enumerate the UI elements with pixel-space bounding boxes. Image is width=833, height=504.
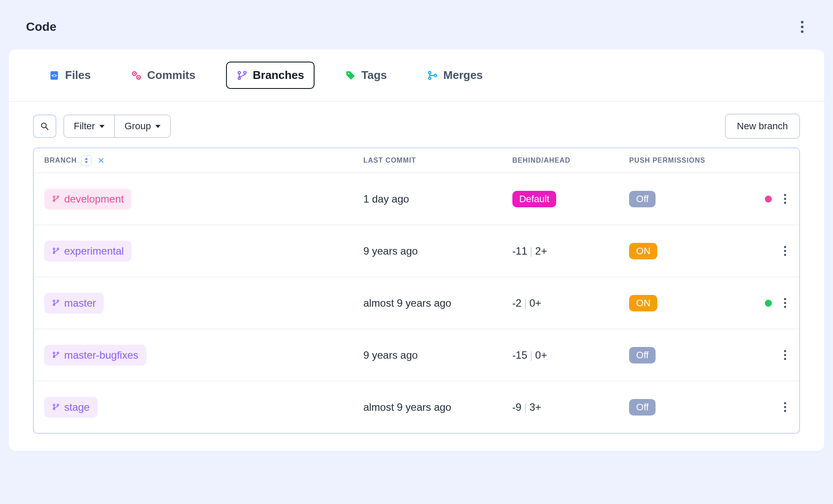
svg-point-18 xyxy=(57,196,59,197)
behind-ahead: -15|0+ xyxy=(512,349,630,361)
tab-tags[interactable]: Tags xyxy=(335,62,397,88)
svg-point-20 xyxy=(53,248,55,249)
branch-icon xyxy=(52,245,60,257)
branch-name: master-bugfixes xyxy=(64,349,138,361)
separator: | xyxy=(530,349,532,361)
svg-point-21 xyxy=(57,248,59,249)
svg-point-13 xyxy=(42,123,46,128)
separator: | xyxy=(524,297,527,309)
svg-point-30 xyxy=(57,404,59,406)
behind-count: -15 xyxy=(512,349,528,361)
branches-card: <> Files Commits Branches Tags xyxy=(9,49,824,451)
permission-badge[interactable]: Off xyxy=(629,191,656,207)
row-menu-button[interactable] xyxy=(781,347,789,363)
branch-pill[interactable]: stage xyxy=(44,397,98,418)
table-row: masteralmost 9 years ago-2|0+ON xyxy=(34,277,799,329)
new-branch-button[interactable]: New branch xyxy=(725,114,800,139)
permission-badge[interactable]: ON xyxy=(629,243,657,259)
table-row: development1 day agoDefaultOff xyxy=(34,173,799,225)
tab-merges[interactable]: Merges xyxy=(417,62,492,88)
svg-point-12 xyxy=(434,74,436,76)
tab-branches[interactable]: Branches xyxy=(226,62,315,89)
last-commit: almost 9 years ago xyxy=(363,401,512,413)
branch-icon xyxy=(52,401,60,413)
column-header-last-commit[interactable]: LAST COMMIT xyxy=(363,157,512,164)
sort-icon xyxy=(84,158,89,163)
permission-badge[interactable]: ON xyxy=(629,295,657,311)
last-commit: 9 years ago xyxy=(363,245,512,257)
close-icon xyxy=(98,157,104,164)
tab-label: Tags xyxy=(361,69,387,82)
sort-toggle[interactable] xyxy=(81,155,92,166)
page-title: Code xyxy=(26,20,56,34)
svg-point-6 xyxy=(238,71,240,73)
commits-icon xyxy=(131,70,142,81)
tab-label: Merges xyxy=(443,69,483,82)
status-dot xyxy=(765,300,772,307)
branch-name: master xyxy=(64,297,96,309)
branches-table: BRANCH LAST COMMIT BEHIND/AHEAD PUSH PER… xyxy=(33,147,800,434)
permission-badge[interactable]: Off xyxy=(629,347,656,363)
row-menu-button[interactable] xyxy=(781,191,789,206)
group-button[interactable]: Group xyxy=(114,115,170,137)
merges-icon xyxy=(427,70,438,81)
svg-point-24 xyxy=(57,300,59,301)
separator: | xyxy=(524,401,527,413)
svg-point-5 xyxy=(138,76,139,78)
chevron-down-icon xyxy=(99,125,105,128)
last-commit: 1 day ago xyxy=(363,193,512,205)
svg-point-29 xyxy=(53,404,55,406)
column-header-branch[interactable]: BRANCH xyxy=(44,157,77,164)
branch-pill[interactable]: master-bugfixes xyxy=(44,345,146,366)
tab-label: Files xyxy=(65,69,91,82)
row-menu-button[interactable] xyxy=(781,295,789,311)
ahead-count: 2+ xyxy=(535,245,547,257)
code-tabs: <> Files Commits Branches Tags xyxy=(9,49,824,101)
column-header-push-permissions[interactable]: PUSH PERMISSIONS xyxy=(629,157,746,164)
branch-pill[interactable]: experimental xyxy=(44,241,131,262)
table-row: experimental9 years ago-11|2+ON xyxy=(34,225,799,277)
filter-label: Filter xyxy=(74,121,95,132)
branch-pill[interactable]: development xyxy=(44,189,131,209)
page-menu-button[interactable] xyxy=(797,17,807,36)
svg-point-23 xyxy=(53,300,55,301)
behind-ahead: -11|2+ xyxy=(512,245,630,257)
row-menu-button[interactable] xyxy=(781,243,789,259)
behind-ahead: -9|3+ xyxy=(512,401,630,413)
branch-name: stage xyxy=(64,401,90,413)
toolbar: Filter Group New branch xyxy=(9,101,824,147)
search-icon xyxy=(40,121,49,131)
column-header-behind-ahead[interactable]: BEHIND/AHEAD xyxy=(512,157,630,164)
svg-line-14 xyxy=(46,128,49,130)
branch-icon xyxy=(52,297,60,309)
branch-icon xyxy=(52,349,60,361)
behind-count: -9 xyxy=(512,401,521,413)
chevron-down-icon xyxy=(155,125,161,128)
last-commit: 9 years ago xyxy=(363,349,512,361)
branch-pill[interactable]: master xyxy=(44,293,104,314)
table-row: stagealmost 9 years ago-9|3+Off xyxy=(34,381,799,433)
permission-badge[interactable]: Off xyxy=(629,399,656,416)
clear-sort-button[interactable] xyxy=(96,155,106,166)
tab-files[interactable]: <> Files xyxy=(39,62,100,88)
tab-commits[interactable]: Commits xyxy=(121,62,205,88)
ahead-count: 0+ xyxy=(529,297,541,309)
svg-point-9 xyxy=(348,73,349,74)
search-button[interactable] xyxy=(33,115,56,138)
row-menu-button[interactable] xyxy=(781,399,789,415)
default-badge: Default xyxy=(512,191,557,207)
separator: | xyxy=(530,245,532,257)
filter-button[interactable]: Filter xyxy=(64,115,114,137)
svg-point-11 xyxy=(429,77,431,79)
tab-label: Branches xyxy=(253,69,305,82)
status-dot xyxy=(765,196,772,203)
table-row: master-bugfixes9 years ago-15|0+Off xyxy=(34,329,799,381)
svg-text:<>: <> xyxy=(52,73,57,78)
branches-icon xyxy=(236,70,248,81)
behind-count: -11 xyxy=(512,245,528,257)
behind-ahead: -2|0+ xyxy=(512,297,630,309)
branch-icon xyxy=(52,193,60,205)
group-label: Group xyxy=(125,121,151,132)
behind-count: -2 xyxy=(512,297,521,309)
svg-point-7 xyxy=(243,71,246,73)
